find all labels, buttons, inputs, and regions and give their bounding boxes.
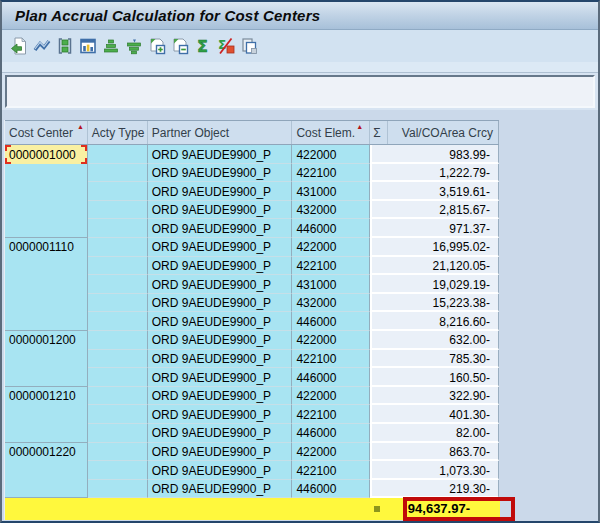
cell-value[interactable]: 971.37- (370, 219, 499, 238)
cell-value[interactable]: 8,216.60- (370, 312, 499, 331)
cell-acty-type[interactable] (88, 405, 148, 424)
cell-partner-object[interactable]: ORD 9AEUDE9900_P (148, 368, 293, 387)
cell-partner-object[interactable]: ORD 9AEUDE9900_P (148, 275, 293, 294)
cell-value[interactable]: 219.30- (370, 480, 499, 499)
column-header-cost-center[interactable]: Cost Center ▲ (5, 121, 88, 144)
cell-cost-center[interactable]: 0000001110 (5, 238, 88, 257)
sort-descending-button[interactable] (123, 35, 144, 57)
cell-partner-object[interactable]: ORD 9AEUDE9900_P (148, 424, 293, 443)
subtotal-button[interactable]: Σ (215, 35, 236, 57)
cell-cost-center[interactable] (5, 405, 88, 424)
cell-value[interactable]: 2,815.67- (370, 201, 499, 220)
cell-acty-type[interactable] (88, 480, 148, 499)
cell-cost-center[interactable] (5, 368, 88, 387)
cell-cost-elem[interactable]: 422100 (292, 405, 370, 424)
cell-partner-object[interactable]: ORD 9AEUDE9900_P (148, 480, 293, 499)
cell-partner-object[interactable]: ORD 9AEUDE9900_P (148, 387, 293, 406)
cell-partner-object[interactable]: ORD 9AEUDE9900_P (148, 350, 293, 369)
cell-acty-type[interactable] (88, 257, 148, 276)
cell-cost-elem[interactable]: 422000 (292, 387, 370, 406)
cell-partner-object[interactable]: ORD 9AEUDE9900_P (148, 257, 293, 276)
column-header-value[interactable]: Val/COArea Crcy (388, 121, 499, 144)
cell-cost-center[interactable]: 0000001210 (5, 387, 88, 406)
cell-acty-type[interactable] (88, 201, 148, 220)
column-header-cost-elem[interactable]: Cost Elem. ▲ (292, 121, 370, 144)
cell-value[interactable]: 863.70- (370, 443, 499, 462)
cell-value[interactable]: 82.00- (370, 424, 499, 443)
cell-acty-type[interactable] (88, 312, 148, 331)
cell-acty-type[interactable] (88, 424, 148, 443)
cell-cost-elem[interactable]: 422100 (292, 164, 370, 183)
column-header-partner-object[interactable]: Partner Object (148, 121, 293, 144)
cell-acty-type[interactable] (88, 182, 148, 201)
cell-acty-type[interactable] (88, 219, 148, 238)
column-header-acty-type[interactable]: Acty Type (88, 121, 148, 144)
cell-cost-elem[interactable]: 432000 (292, 201, 370, 220)
cell-cost-center[interactable]: 0000001000 (5, 145, 88, 164)
cell-cost-center[interactable] (5, 182, 88, 201)
cell-cost-elem[interactable]: 446000 (292, 368, 370, 387)
cell-acty-type[interactable] (88, 443, 148, 462)
cell-partner-object[interactable]: ORD 9AEUDE9900_P (148, 182, 293, 201)
cell-cost-center[interactable] (5, 294, 88, 313)
cell-value[interactable]: 322.90- (370, 387, 499, 406)
total-button[interactable]: Σ (192, 35, 213, 57)
cell-cost-elem[interactable]: 422000 (292, 443, 370, 462)
detail-button[interactable] (8, 35, 29, 57)
cell-cost-center[interactable] (5, 201, 88, 220)
sort-ascending-button[interactable] (100, 35, 121, 57)
cell-cost-elem[interactable]: 446000 (292, 312, 370, 331)
cell-partner-object[interactable]: ORD 9AEUDE9900_P (148, 219, 293, 238)
cell-cost-center[interactable] (5, 461, 88, 480)
cell-cost-center[interactable] (5, 424, 88, 443)
cell-partner-object[interactable]: ORD 9AEUDE9900_P (148, 294, 293, 313)
cell-cost-elem[interactable]: 432000 (292, 294, 370, 313)
cell-acty-type[interactable] (88, 164, 148, 183)
cell-cost-elem[interactable]: 422000 (292, 145, 370, 164)
cell-partner-object[interactable]: ORD 9AEUDE9900_P (148, 405, 293, 424)
cell-acty-type[interactable] (88, 387, 148, 406)
cell-value[interactable]: 1,222.79- (370, 164, 499, 183)
cell-cost-elem[interactable]: 422100 (292, 350, 370, 369)
cell-cost-elem[interactable]: 431000 (292, 182, 370, 201)
graphic-button[interactable] (31, 35, 52, 57)
cell-cost-center[interactable] (5, 350, 88, 369)
cell-acty-type[interactable] (88, 238, 148, 257)
cell-cost-elem[interactable]: 446000 (292, 424, 370, 443)
cell-acty-type[interactable] (88, 368, 148, 387)
cell-value[interactable]: 401.30- (370, 405, 499, 424)
cell-value[interactable]: 983.99- (370, 145, 499, 164)
cell-cost-elem[interactable]: 422100 (292, 461, 370, 480)
cell-cost-center[interactable] (5, 164, 88, 183)
cell-acty-type[interactable] (88, 461, 148, 480)
cell-value[interactable]: 21,120.05- (370, 257, 499, 276)
cell-acty-type[interactable] (88, 294, 148, 313)
cell-value[interactable]: 160.50- (370, 368, 499, 387)
cell-value[interactable]: 3,519.61- (370, 182, 499, 201)
cell-cost-center[interactable]: 0000001220 (5, 443, 88, 462)
collapse-detail-button[interactable] (169, 35, 190, 57)
cell-partner-object[interactable]: ORD 9AEUDE9900_P (148, 461, 293, 480)
cell-partner-object[interactable]: ORD 9AEUDE9900_P (148, 331, 293, 350)
cell-cost-center[interactable] (5, 275, 88, 294)
cell-value[interactable]: 15,223.38- (370, 294, 499, 313)
cell-cost-center[interactable] (5, 312, 88, 331)
cell-cost-center[interactable] (5, 219, 88, 238)
cell-value[interactable]: 785.30- (370, 350, 499, 369)
cell-partner-object[interactable]: ORD 9AEUDE9900_P (148, 145, 293, 164)
cell-value[interactable]: 632.00- (370, 331, 499, 350)
expand-detail-button[interactable] (146, 35, 167, 57)
total-value[interactable]: 94,637.97- (369, 501, 500, 516)
cell-cost-elem[interactable]: 431000 (292, 275, 370, 294)
cell-acty-type[interactable] (88, 331, 148, 350)
grid-total-row[interactable]: 94,637.97- (5, 498, 500, 520)
column-header-sigma[interactable]: Σ (370, 121, 388, 144)
cell-cost-elem[interactable]: 446000 (292, 219, 370, 238)
cell-acty-type[interactable] (88, 350, 148, 369)
cell-acty-type[interactable] (88, 145, 148, 164)
save-to-file-button[interactable] (54, 35, 75, 57)
cell-cost-elem[interactable]: 446000 (292, 480, 370, 499)
cell-value[interactable]: 1,073.30- (370, 461, 499, 480)
cell-partner-object[interactable]: ORD 9AEUDE9900_P (148, 201, 293, 220)
cell-cost-elem[interactable]: 422000 (292, 238, 370, 257)
